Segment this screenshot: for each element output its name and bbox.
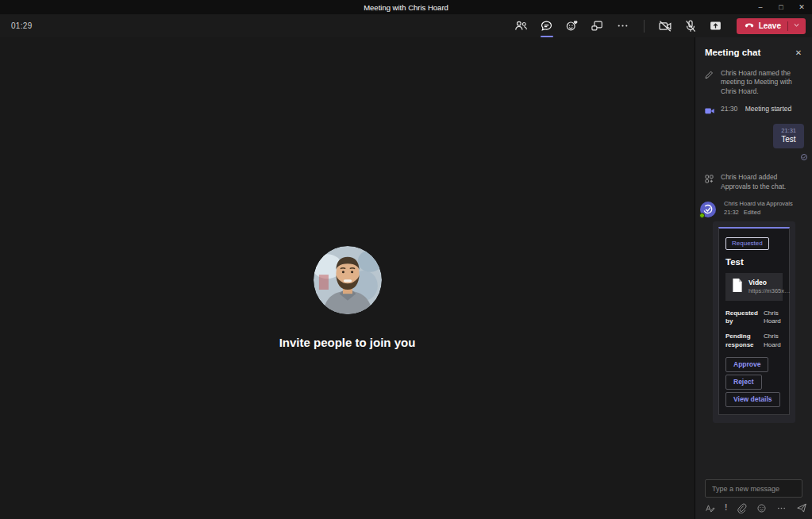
apps-add-icon xyxy=(703,174,715,191)
participants-button[interactable] xyxy=(511,16,532,37)
meeting-video-icon xyxy=(703,106,715,117)
field-requested-by: Requested by Chris Hoard xyxy=(725,309,783,326)
own-message-bubble: 21:31 Test xyxy=(773,124,804,148)
chat-panel-title: Meeting chat xyxy=(705,48,793,57)
send-icon[interactable] xyxy=(796,502,807,513)
leave-label: Leave xyxy=(759,21,781,30)
more-compose-icon[interactable] xyxy=(776,503,787,513)
view-details-button[interactable]: View details xyxy=(725,392,780,407)
approvals-avatar xyxy=(700,202,716,217)
meeting-toolbar: 01:29 xyxy=(0,14,812,37)
chevron-down-icon[interactable] xyxy=(792,21,801,31)
event-text: Chris Hoard added Approvals to the chat. xyxy=(721,173,804,191)
approvals-message-bubble: Requested Test Video xyxy=(713,221,795,424)
chat-icon xyxy=(540,19,553,33)
event-text: Chris Hoard named the meeting to Meeting… xyxy=(721,69,804,96)
close-icon[interactable]: ✕ xyxy=(791,0,812,14)
mic-toggle-button[interactable] xyxy=(680,16,701,37)
message-edited-label: Edited xyxy=(744,209,760,217)
more-actions-button[interactable] xyxy=(613,16,633,37)
field-label: Pending response xyxy=(725,333,764,349)
own-message-text: Test xyxy=(781,135,796,144)
event-text: Meeting started xyxy=(745,105,792,113)
own-message: 21:31 Test xyxy=(773,124,804,164)
leave-button[interactable]: Leave xyxy=(737,18,806,34)
message-time: 21:32 xyxy=(724,209,739,217)
field-label: Requested by xyxy=(725,309,764,326)
approve-button[interactable]: Approve xyxy=(725,357,768,372)
participant-avatar xyxy=(314,246,382,314)
chat-message-list[interactable]: Chris Hoard named the meeting to Meeting… xyxy=(695,60,812,475)
file-icon xyxy=(731,278,743,296)
close-chat-icon[interactable]: ✕ xyxy=(793,48,804,57)
chat-event-renamed: Chris Hoard named the meeting to Meeting… xyxy=(703,69,804,96)
reactions-icon xyxy=(565,19,579,33)
window-title: Meeting with Chris Hoard xyxy=(62,3,750,12)
chat-active-indicator xyxy=(541,36,553,37)
compose-area: ! xyxy=(695,475,812,519)
status-badge: Requested xyxy=(725,237,769,250)
maximize-icon[interactable]: □ xyxy=(771,0,791,14)
attachment-item[interactable]: Video https://m365x… xyxy=(725,273,783,301)
titlebar: Meeting with Chris Hoard – □ ✕ xyxy=(0,0,812,14)
reactions-button[interactable] xyxy=(562,16,583,37)
teams-window: Meeting with Chris Hoard – □ ✕ 01:29 xyxy=(0,0,812,519)
toolbar-divider xyxy=(644,20,645,33)
read-receipt-icon xyxy=(800,150,808,164)
approvals-message: Chris Hoard via Approvals 21:32 Edited R… xyxy=(703,200,804,423)
pencil-icon xyxy=(703,70,715,96)
reject-button[interactable]: Reject xyxy=(725,375,762,390)
attachment-url: https://m365x… xyxy=(749,287,791,294)
meeting-timer: 01:29 xyxy=(11,21,33,30)
attachment-name: Video xyxy=(749,279,791,286)
minimize-icon[interactable]: – xyxy=(750,0,771,14)
attach-icon[interactable] xyxy=(737,503,747,513)
approval-card: Requested Test Video xyxy=(718,227,790,416)
importance-icon[interactable]: ! xyxy=(725,504,727,512)
format-icon[interactable] xyxy=(705,503,715,513)
message-sender: Chris Hoard via Approvals xyxy=(724,200,804,208)
chat-event-app-added: Chris Hoard added Approvals to the chat. xyxy=(703,173,804,191)
event-time: 21:30 xyxy=(721,105,737,113)
field-value: Chris Hoard xyxy=(764,309,783,326)
meeting-chat-panel: Meeting chat ✕ Chris Hoard named the mee… xyxy=(695,37,812,519)
people-icon xyxy=(514,19,528,33)
meeting-stage: Invite people to join you xyxy=(0,37,695,519)
chat-event-meeting-started: 21:30 Meeting started xyxy=(703,105,804,117)
hangup-phone-icon xyxy=(744,20,755,33)
field-value: Chris Hoard xyxy=(764,333,783,349)
more-icon xyxy=(616,19,629,33)
mic-off-icon xyxy=(683,19,698,33)
own-message-time: 21:31 xyxy=(781,127,796,134)
emoji-icon[interactable] xyxy=(756,503,767,513)
chat-header: Meeting chat ✕ xyxy=(695,37,812,60)
field-pending-response: Pending response Chris Hoard xyxy=(725,333,783,349)
camera-off-icon xyxy=(658,19,672,33)
share-screen-icon xyxy=(709,19,722,33)
breakout-rooms-icon xyxy=(591,19,604,33)
approval-title: Test xyxy=(725,257,783,267)
compose-toolbar: ! xyxy=(705,502,802,513)
chat-button[interactable] xyxy=(537,16,557,37)
invite-text: Invite people to join you xyxy=(279,336,416,349)
share-screen-button[interactable] xyxy=(706,16,726,37)
message-input[interactable] xyxy=(705,479,802,498)
breakout-rooms-button[interactable] xyxy=(587,16,608,37)
camera-toggle-button[interactable] xyxy=(655,16,675,37)
